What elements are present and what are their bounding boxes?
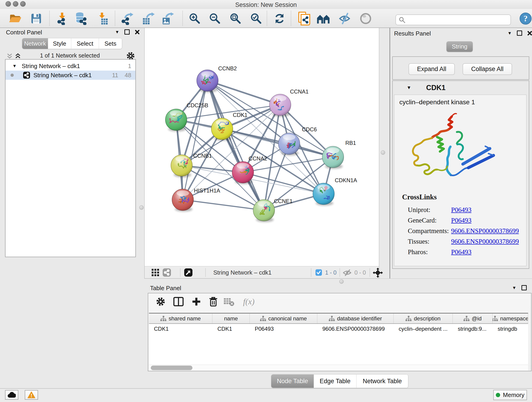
gene-title: CDK1 [426,84,445,92]
crosslink-value-link[interactable]: 9606.ENSP00000378699 [451,227,519,235]
export-table-icon[interactable] [142,12,155,26]
import-network-from-file-icon[interactable] [55,12,69,26]
crosslink-value-link[interactable]: 9606.ENSP00000378699 [451,238,519,245]
float-panel-icon[interactable] [124,29,130,35]
panel-menu-icon[interactable]: ▼ [512,286,516,290]
zoom-selected-icon[interactable] [249,12,263,26]
fit-content-icon[interactable] [373,268,383,278]
search-input[interactable] [407,17,510,23]
expand-all-button[interactable]: Expand All [409,63,455,75]
warning-icon [27,391,35,398]
tab-style[interactable]: Style [48,38,71,49]
selected-checkbox-icon[interactable] [315,269,322,276]
float-panel-icon[interactable] [517,31,522,36]
toolbar-separator [182,11,183,26]
table-cell[interactable]: 9606.ENSP00000378699 [317,324,394,334]
zoom-fit-icon[interactable] [229,12,242,26]
left-splitter-handle[interactable] [139,205,144,210]
crosslink-row: Pharos:P06493 [408,247,522,257]
crosslink-label: Uniprot: [408,206,451,214]
svg-text:?: ? [524,14,528,23]
export-image-icon[interactable] [161,12,175,26]
memory-button[interactable]: Memory [493,390,527,400]
tab-network-table[interactable]: Network Table [356,375,408,388]
warning-button[interactable] [25,390,38,400]
panel-menu-icon[interactable]: ▼ [507,31,512,35]
horizontal-scrollbar[interactable] [149,365,528,370]
network-status-dot [11,74,14,77]
table-cell[interactable]: stringdb:9... [453,324,493,334]
close-panel-icon[interactable] [135,30,140,35]
bottom-splitter-handle[interactable] [339,279,344,284]
table-row[interactable]: CDK1CDK1P064939606.ENSP00000378699cyclin… [149,324,528,334]
column-header-shared-name[interactable]: shared name [149,313,212,323]
column-header-namespace[interactable]: namespace [493,313,528,323]
network-canvas[interactable]: CCNB2CCNA1CDC25BCDK1CDC6RB1CCNB1CCNA2CDK… [144,28,379,266]
collection-expand-icon[interactable]: ▼ [12,64,17,69]
first-neighbors-icon[interactable] [317,12,330,26]
table-cell[interactable]: stringdb [493,324,528,334]
table-cell[interactable]: CDK1 [149,324,212,334]
tab-string[interactable]: String [447,41,473,52]
birds-eye-icon[interactable] [184,268,193,277]
float-panel-icon[interactable] [521,285,527,290]
zoom-out-icon[interactable] [208,12,222,26]
import-table-from-file-icon[interactable] [96,12,109,26]
grid-icon[interactable] [152,269,159,276]
hide-selection-icon[interactable] [338,12,352,26]
control-panel: Control Panel ▼ Network Style Select Set… [2,28,138,386]
show-graphics-details-icon[interactable] [359,12,373,26]
network-edge-count: 48 [125,72,131,79]
toolbar-separator [49,11,50,26]
node-attribute-table[interactable]: shared namenamecanonical namedatabase id… [149,313,528,365]
save-session-icon[interactable] [29,12,43,26]
add-column-icon[interactable] [190,296,202,307]
horizontal-splitter[interactable] [144,279,532,284]
network-collection-row[interactable]: ▼ String Network – cdk1 1 [6,61,135,70]
column-header-database-identifier[interactable]: database identifier [317,313,394,323]
tab-select[interactable]: Select [71,38,99,49]
table-settings-gear-icon[interactable] [155,296,167,307]
tab-node-table[interactable]: Node Table [271,375,314,388]
search-field[interactable] [395,14,511,25]
results-panel: Results Panel ▼ String Expand All Collap… [390,28,532,279]
crosslinks-title: CrossLinks [402,193,437,201]
import-network-from-database-icon[interactable] [74,12,88,26]
crosslink-value-link[interactable]: P06493 [451,206,472,214]
close-panel-icon[interactable] [527,31,532,36]
refresh-icon[interactable] [273,12,286,26]
table-header-row: shared namenamecanonical namedatabase id… [149,313,528,324]
main-toolbar: ? [0,9,532,28]
help-icon[interactable]: ? [519,12,532,26]
column-header-canonical-name[interactable]: canonical name [250,313,317,323]
cloud-button[interactable] [5,390,18,400]
export-network-icon[interactable] [121,12,135,26]
panel-menu-icon[interactable]: ▼ [115,30,119,34]
network-row-selected[interactable]: String Network – cdk1 11 48 [6,70,135,80]
right-splitter-handle[interactable] [381,150,385,155]
scrollbar-thumb[interactable] [151,366,192,370]
collapse-all-button[interactable]: Collapse All [462,63,512,75]
column-header--id[interactable]: @id [453,313,493,323]
network-list: ▼ String Network – cdk1 1 String Network… [5,59,136,257]
tab-network[interactable]: Network [22,38,48,49]
string-share-icon[interactable] [162,268,171,277]
tab-sets[interactable]: Sets [99,38,122,49]
tab-edge-table[interactable]: Edge Table [314,375,356,388]
column-header-description[interactable]: description [394,313,453,323]
new-network-from-selection-icon[interactable] [298,12,311,26]
column-type-icon [405,316,412,321]
table-cell[interactable]: P06493 [250,324,317,334]
crosslink-value-link[interactable]: P06493 [451,248,472,256]
delete-column-icon[interactable] [207,296,219,307]
function-builder-icon[interactable]: f(x) [239,296,259,307]
zoom-in-icon[interactable] [188,12,202,26]
split-columns-icon[interactable] [172,296,184,307]
crosslink-value-link[interactable]: P06493 [451,217,472,224]
section-collapse-icon[interactable]: ▼ [407,85,411,90]
delete-table-icon[interactable] [223,296,235,307]
column-header-name[interactable]: name [212,313,250,323]
open-session-icon[interactable] [8,12,22,26]
table-cell[interactable]: CDK1 [212,324,250,334]
table-cell[interactable]: cyclin–dependent ... [394,324,453,334]
